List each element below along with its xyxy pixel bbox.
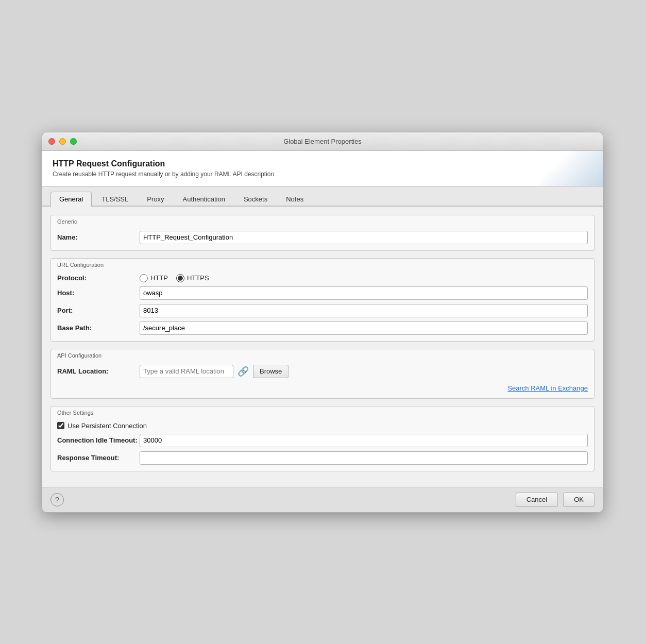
base-path-input[interactable]: [140, 321, 588, 335]
header-subtitle: Create reusable HTTP request manually or…: [53, 171, 592, 178]
search-link-row: Search RAML in Exchange: [57, 382, 588, 392]
name-label: Name:: [57, 233, 140, 241]
protocol-http-radio[interactable]: [140, 274, 148, 282]
header-section: HTTP Request Configuration Create reusab…: [42, 151, 603, 187]
tab-authentication[interactable]: Authentication: [174, 192, 234, 207]
port-label: Port:: [57, 307, 140, 314]
tab-sockets[interactable]: Sockets: [235, 192, 276, 207]
name-input[interactable]: [140, 231, 588, 244]
api-config-content: RAML Location: 🔗 Browse Search RAML in E…: [51, 361, 594, 398]
tab-proxy[interactable]: Proxy: [138, 192, 173, 207]
footer: ? Cancel OK: [42, 487, 603, 512]
persistent-connection-label: Use Persistent Connection: [67, 422, 147, 430]
base-path-row: Base Path:: [57, 321, 588, 335]
search-raml-link[interactable]: Search RAML in Exchange: [507, 384, 588, 392]
main-window: Global Element Properties HTTP Request C…: [42, 132, 603, 513]
url-config-label: URL Configuration: [51, 259, 594, 270]
title-bar: Global Element Properties: [42, 132, 603, 151]
protocol-https-radio[interactable]: [176, 274, 184, 282]
footer-left: ?: [50, 493, 64, 506]
browse-button[interactable]: Browse: [253, 365, 288, 378]
close-button[interactable]: [48, 138, 55, 145]
generic-content: Name:: [51, 227, 594, 250]
generic-label: Generic: [51, 215, 594, 227]
tab-general[interactable]: General: [50, 192, 92, 207]
port-input[interactable]: [140, 304, 588, 317]
content-area: Generic Name: URL Configuration: [42, 207, 603, 487]
raml-location-input[interactable]: [140, 365, 233, 378]
host-input[interactable]: [140, 286, 588, 300]
persistent-connection-checkbox[interactable]: [57, 422, 64, 429]
response-timeout-label: Response Timeout:: [57, 454, 140, 462]
footer-right: Cancel OK: [516, 493, 595, 507]
url-config-content: Protocol: HTTP HTTPS Host:: [51, 270, 594, 341]
raml-location-label: RAML Location:: [57, 367, 140, 375]
raml-input-group: 🔗 Browse: [140, 365, 288, 378]
connection-idle-timeout-input[interactable]: [140, 434, 588, 447]
protocol-label: Protocol:: [57, 274, 140, 282]
url-config-section: URL Configuration Protocol: HTTP HTTPS: [50, 258, 595, 342]
api-config-label: API Configuration: [51, 349, 594, 361]
response-timeout-row: Response Timeout:: [57, 451, 588, 465]
protocol-http-option[interactable]: HTTP: [140, 274, 168, 282]
host-row: Host:: [57, 286, 588, 300]
host-label: Host:: [57, 289, 140, 297]
protocol-row: Protocol: HTTP HTTPS: [57, 274, 588, 282]
port-row: Port:: [57, 304, 588, 317]
minimize-button[interactable]: [59, 138, 66, 145]
protocol-https-option[interactable]: HTTPS: [176, 274, 209, 282]
api-config-section: API Configuration RAML Location: 🔗 Brows…: [50, 349, 595, 399]
header-title: HTTP Request Configuration: [53, 159, 592, 168]
base-path-label: Base Path:: [57, 324, 140, 332]
other-settings-content: Use Persistent Connection Connection Idl…: [51, 418, 594, 471]
maximize-button[interactable]: [70, 138, 77, 145]
tab-notes[interactable]: Notes: [277, 192, 312, 207]
tab-tls-ssl[interactable]: TLS/SSL: [93, 192, 137, 207]
window-controls: [48, 138, 77, 145]
other-settings-label: Other Settings: [51, 406, 594, 418]
name-row: Name:: [57, 231, 588, 244]
exchange-icon[interactable]: 🔗: [237, 366, 249, 377]
connection-idle-timeout-row: Connection Idle Timeout:: [57, 434, 588, 447]
generic-section: Generic Name:: [50, 215, 595, 251]
persistent-connection-row: Use Persistent Connection: [57, 422, 588, 430]
raml-location-row: RAML Location: 🔗 Browse: [57, 365, 588, 378]
ok-button[interactable]: OK: [563, 493, 595, 507]
other-settings-section: Other Settings Use Persistent Connection…: [50, 406, 595, 471]
protocol-radio-group: HTTP HTTPS: [140, 274, 209, 282]
tabs-bar: General TLS/SSL Proxy Authentication Soc…: [42, 187, 603, 207]
cancel-button[interactable]: Cancel: [516, 493, 558, 507]
protocol-https-label: HTTPS: [187, 274, 209, 282]
window-title: Global Element Properties: [283, 138, 362, 145]
response-timeout-input[interactable]: [140, 451, 588, 465]
help-button[interactable]: ?: [50, 493, 64, 506]
protocol-http-label: HTTP: [150, 274, 168, 282]
connection-idle-timeout-label: Connection Idle Timeout:: [57, 436, 140, 444]
